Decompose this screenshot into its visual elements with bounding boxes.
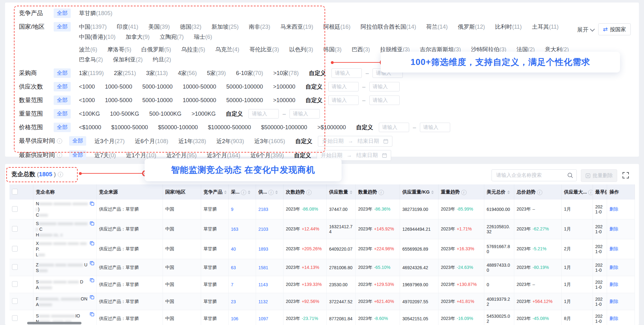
filter-option[interactable]: 巴西(3) bbox=[352, 44, 370, 55]
copy-icon[interactable] bbox=[90, 312, 94, 316]
filter-option[interactable]: 近1年(328) bbox=[178, 136, 206, 146]
row-checkbox[interactable] bbox=[12, 226, 18, 232]
filter-option[interactable]: 瑞士(6) bbox=[194, 32, 212, 42]
filter-option[interactable]: $500000-1000000 bbox=[261, 122, 307, 132]
filter-option[interactable]: 6-10家(70) bbox=[236, 68, 263, 78]
filter-option[interactable]: 以色列(3) bbox=[289, 44, 313, 55]
copy-icon[interactable] bbox=[90, 261, 94, 265]
filter-all-chip[interactable]: 全部 bbox=[69, 136, 86, 146]
filter-option[interactable]: 5000-10000 bbox=[142, 95, 173, 105]
delete-link[interactable]: 删除 bbox=[610, 206, 618, 212]
filter-option[interactable]: 近7天(0) bbox=[94, 150, 116, 160]
filter-option[interactable]: 立陶宛(7) bbox=[160, 32, 184, 42]
filter-option[interactable]: 近6个月(108) bbox=[135, 136, 168, 146]
delete-link[interactable]: 删除 bbox=[610, 282, 618, 287]
filter-option[interactable]: 德国(32) bbox=[180, 22, 201, 32]
filter-option[interactable]: 近3年(1605) bbox=[254, 136, 285, 146]
sort-icon[interactable] bbox=[507, 190, 510, 194]
filter-option[interactable]: 50000-100000 bbox=[226, 95, 263, 105]
filter-option[interactable]: 白俄罗斯(5) bbox=[141, 44, 171, 55]
filter-option[interactable]: >10家(78) bbox=[273, 68, 299, 78]
filter-option[interactable]: 波兰(6) bbox=[79, 44, 97, 55]
fullscreen-icon[interactable] bbox=[622, 171, 629, 179]
row-checkbox[interactable] bbox=[12, 264, 18, 270]
horizontal-scrollbar-thumb[interactable] bbox=[27, 322, 81, 324]
filter-option[interactable]: 马来西亚(19) bbox=[280, 22, 313, 32]
custom-max-input[interactable] bbox=[420, 123, 450, 132]
supply-times-value[interactable]: 1893 bbox=[259, 247, 268, 252]
filter-option[interactable]: 摩洛哥(5) bbox=[107, 44, 131, 55]
info-icon[interactable]: i bbox=[241, 190, 246, 195]
filter-option[interactable]: >100000 bbox=[273, 82, 295, 92]
sort-icon[interactable] bbox=[275, 190, 278, 194]
filter-option[interactable]: 10000-50000 bbox=[183, 82, 216, 92]
filter-option[interactable]: 阿拉伯联合酋长国(14) bbox=[361, 22, 416, 32]
custom-label[interactable]: 自定义 bbox=[309, 68, 326, 78]
row-checkbox[interactable] bbox=[12, 281, 18, 287]
custom-max-input[interactable] bbox=[289, 109, 320, 119]
info-icon[interactable]: i bbox=[57, 138, 62, 144]
search-icon[interactable] bbox=[567, 172, 573, 178]
delete-link[interactable]: 删除 bbox=[610, 226, 618, 231]
buyers-count-value[interactable]: 106 bbox=[231, 316, 238, 321]
filter-option[interactable]: 5000-10000 bbox=[142, 82, 173, 92]
filter-option[interactable]: 巴拿马(2) bbox=[79, 55, 103, 65]
filter-option[interactable]: 韩国(3) bbox=[323, 44, 342, 55]
custom-label[interactable]: 自定义 bbox=[295, 136, 312, 146]
filter-option[interactable]: 乌拉圭(5) bbox=[181, 44, 205, 55]
info-icon[interactable]: i bbox=[537, 190, 542, 195]
filter-option[interactable]: 草甘膦(1805) bbox=[79, 8, 112, 18]
filter-option[interactable]: 1000-5000 bbox=[105, 95, 132, 105]
filter-option[interactable]: 南非(23) bbox=[249, 22, 270, 32]
buyers-count-value[interactable]: 63 bbox=[231, 265, 236, 270]
copy-icon[interactable] bbox=[90, 278, 94, 282]
filter-all-chip[interactable]: 全部 bbox=[54, 68, 71, 78]
custom-min-input[interactable] bbox=[331, 68, 362, 78]
filter-all-chip[interactable]: 全部 bbox=[54, 9, 71, 18]
filter-all-chip[interactable]: 全部 bbox=[54, 109, 71, 119]
filter-option[interactable]: 10000-50000 bbox=[183, 95, 216, 105]
copy-icon[interactable] bbox=[90, 221, 94, 226]
filter-option[interactable]: 近3个月(27) bbox=[94, 136, 125, 146]
filter-all-chip[interactable]: 全部 bbox=[54, 22, 71, 32]
delete-link[interactable]: 删除 bbox=[610, 265, 618, 270]
search-input[interactable] bbox=[496, 172, 567, 178]
row-checkbox[interactable] bbox=[12, 246, 18, 252]
batch-delete-button[interactable]: 批量删除 bbox=[581, 169, 617, 182]
info-icon[interactable]: i bbox=[588, 190, 593, 195]
filter-option[interactable]: 100-500KG bbox=[110, 109, 139, 119]
filter-all-chip[interactable]: 全部 bbox=[54, 82, 71, 91]
filter-option[interactable]: 1000-5000 bbox=[105, 82, 132, 92]
supply-times-value[interactable]: 2183 bbox=[259, 207, 268, 212]
filter-option[interactable]: 美国(39) bbox=[148, 22, 170, 32]
delete-link[interactable]: 删除 bbox=[610, 316, 618, 321]
filter-option[interactable]: 1家(1199) bbox=[79, 68, 104, 78]
by-country-button[interactable]: ⇄ 按国家 bbox=[598, 23, 631, 35]
custom-min-input[interactable] bbox=[328, 96, 359, 105]
filter-option[interactable]: <1000 bbox=[79, 95, 95, 105]
filter-option[interactable]: 5家(39) bbox=[207, 68, 226, 78]
row-checkbox[interactable] bbox=[12, 206, 18, 212]
custom-min-input[interactable] bbox=[379, 123, 409, 132]
filter-option[interactable]: <100KG bbox=[79, 109, 100, 119]
sort-icon[interactable] bbox=[350, 190, 352, 194]
filter-option[interactable]: 荷兰(14) bbox=[426, 22, 448, 32]
copy-icon[interactable] bbox=[90, 241, 94, 246]
custom-label[interactable]: 自定义 bbox=[226, 109, 243, 119]
supply-times-value[interactable]: 1143 bbox=[259, 282, 268, 287]
supply-times-value[interactable]: 1581 bbox=[259, 265, 268, 270]
filter-option[interactable]: >1000KG bbox=[192, 109, 216, 119]
header-checkbox[interactable] bbox=[12, 189, 18, 194]
filter-option[interactable]: 近2年(903) bbox=[216, 136, 244, 146]
supply-times-value[interactable]: 1097 bbox=[259, 316, 268, 321]
filter-option[interactable]: >$1000000 bbox=[317, 122, 346, 132]
filter-option[interactable]: 2家(251) bbox=[114, 68, 136, 78]
row-checkbox[interactable] bbox=[12, 298, 18, 304]
supply-times-value[interactable]: 1132 bbox=[259, 299, 268, 304]
filter-option[interactable]: 俄罗斯(12) bbox=[458, 22, 485, 32]
filter-option[interactable]: <$10000 bbox=[79, 122, 101, 132]
custom-label[interactable]: 自定义 bbox=[306, 82, 323, 92]
filter-option[interactable]: $10000-50000 bbox=[111, 122, 148, 132]
filter-option[interactable]: 阿根廷(16) bbox=[323, 22, 350, 32]
custom-min-input[interactable] bbox=[248, 109, 279, 119]
